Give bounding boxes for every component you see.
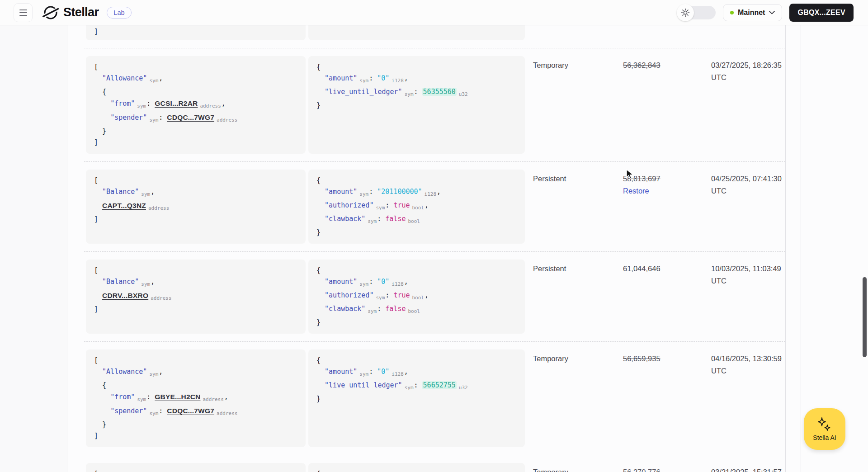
ledger-value-code: { "amount"sym: "201100000"i128, "authori… <box>308 170 525 244</box>
updated-date-cell <box>711 25 785 40</box>
durability-cell <box>525 25 623 40</box>
ttl-cell: 61,044,646 <box>623 260 711 334</box>
address-link[interactable]: GBYE...H2CN <box>155 393 200 401</box>
network-selector[interactable]: Mainnet <box>723 4 782 21</box>
address-link[interactable]: CDQC...7WG7 <box>167 113 214 121</box>
ttl-value: 56,659,935 <box>623 354 660 363</box>
sun-icon <box>681 8 690 17</box>
table-row: [ "Balance"sym, CDRV...BXROaddress]{ "am… <box>84 252 785 342</box>
ttl-value: 56,270,776 <box>623 468 660 472</box>
ledger-value-code <box>308 25 525 40</box>
sparkles-icon <box>816 417 834 434</box>
address-link[interactable]: CDQC...7WG7 <box>167 407 214 415</box>
connected-account-button[interactable]: GBQX...ZEEV <box>789 4 854 22</box>
stella-ai-button[interactable]: Stella AI <box>804 408 845 450</box>
contract-storage-table: ][ "Allowance"sym, { "from"sym: GCSI...R… <box>84 25 786 472</box>
address-link[interactable]: CDRV...BXRO <box>102 292 148 299</box>
hamburger-menu-button[interactable] <box>14 3 33 22</box>
restore-link[interactable]: Restore <box>623 185 711 197</box>
hamburger-icon <box>19 9 27 10</box>
ledger-key-code: [ "Balance"sym, CAPT...Q3NZaddress] <box>86 170 306 244</box>
durability-cell: Persistent <box>525 170 623 244</box>
ttl-cell <box>623 25 711 40</box>
ledger-key-code: ] <box>86 25 306 40</box>
durability-cell: Temporary <box>525 349 623 447</box>
brand[interactable]: Stellar <box>42 5 99 21</box>
page: Stellar Lab Mainnet <box>0 0 868 472</box>
updated-date-cell: 03/27/2025, 18:26:35 UTC <box>711 56 785 154</box>
address-link[interactable]: GCSI...R2AR <box>155 99 198 107</box>
durability-cell: Persistent <box>525 260 623 334</box>
updated-date-cell: 04/25/2025, 07:41:30 UTC <box>711 170 785 244</box>
ttl-value: 58,813,697 <box>623 175 660 183</box>
table-row: [ "Allowance"sym, { "from"sym: GBYE...H2… <box>84 342 785 455</box>
theme-toggle[interactable] <box>678 6 716 19</box>
ledger-key-code: [ "Allowance"sym, { "from"sym: GCSI...R2… <box>86 56 306 154</box>
address-link[interactable]: CAPT...Q3NZ <box>102 202 146 209</box>
updated-date-cell: 10/03/2025, 11:03:49 UTC <box>711 260 785 334</box>
ttl-cell: 56,659,935 <box>623 349 711 447</box>
ledger-key-code: [ "Balance"sym, CDRV...BXROaddress] <box>86 260 306 334</box>
durability-cell: Temporary <box>525 56 623 154</box>
theme-toggle-thumb <box>677 4 694 21</box>
updated-date-cell: 04/16/2025, 13:30:59 UTC <box>711 349 785 447</box>
ttl-cell: 56,362,843 <box>623 56 711 154</box>
ttl-cell: 56,270,776 <box>623 463 711 472</box>
table-row: [ "Balance"sym, CAPT...Q3NZaddress]{ "am… <box>84 162 785 252</box>
ttl-value: 56,362,843 <box>623 61 660 69</box>
chevron-down-icon <box>769 11 775 14</box>
ledger-value-code: { "amount"sym: "0"i128, "live_until_ledg… <box>308 349 525 447</box>
table-row: ] <box>84 25 785 48</box>
network-status-dot <box>730 11 734 14</box>
stella-ai-label: Stella AI <box>813 434 836 441</box>
ledger-value-code: { "amount"sym: "0"i128, "live_until_ledg… <box>308 56 525 154</box>
ledger-key-code: [ "Allowance"sym, { "from"sym: GBYE...H2… <box>86 349 306 447</box>
durability-cell: Temporary <box>525 463 623 472</box>
ledger-value-code: { "amount"sym: "0"i128, "authorized"sym:… <box>308 260 525 334</box>
ledger-key-code: [ "Allowance"sym, { <box>86 463 306 472</box>
updated-date-cell: 03/21/2025, 15:31:57 UTC <box>711 463 785 472</box>
content-container: ][ "Allowance"sym, { "from"sym: GCSI...R… <box>67 25 801 472</box>
network-label: Mainnet <box>738 9 765 17</box>
brand-name: Stellar <box>63 5 99 19</box>
ledger-value-code: { "amount"sym: "0"i128, "live_until_ledg… <box>308 463 525 472</box>
lab-badge: Lab <box>107 7 131 19</box>
ttl-cell: 58,813,697Restore <box>623 170 711 244</box>
table-row: [ "Allowance"sym, {{ "amount"sym: "0"i12… <box>84 455 785 472</box>
ttl-value: 61,044,646 <box>623 264 660 273</box>
table-row: [ "Allowance"sym, { "from"sym: GCSI...R2… <box>84 48 785 162</box>
vertical-scrollbar-thumb[interactable] <box>863 277 867 357</box>
top-nav-bar: Stellar Lab Mainnet <box>0 0 868 25</box>
stellar-logo-icon <box>42 5 59 21</box>
collapsed-sidebar <box>0 25 67 472</box>
